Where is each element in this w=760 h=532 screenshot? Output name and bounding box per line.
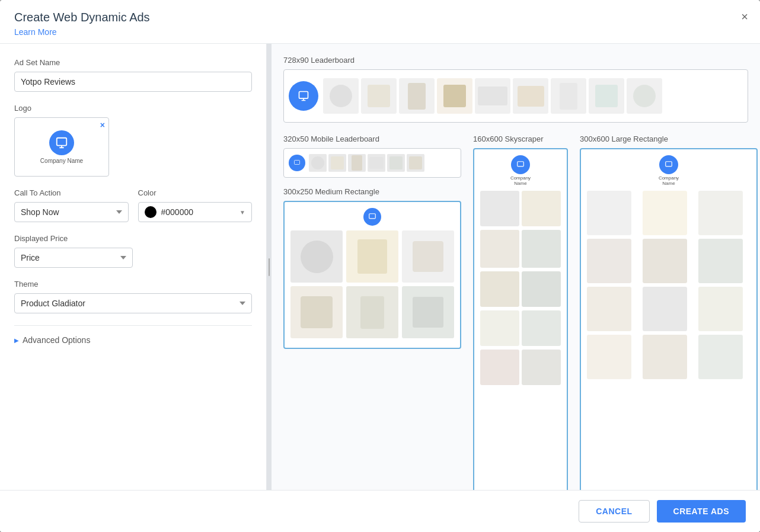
theme-select[interactable]: Product Gladiator Classic Modern Minimal [14,293,252,313]
sky-row [480,191,561,226]
large-rect-header: CompanyName [587,155,751,186]
mobile-medium-col: 320x50 Mobile Leaderboard [283,134,461,490]
modal-title: Create Web Dynamic Ads [14,11,746,24]
product-med [402,286,454,338]
color-selector[interactable]: #000000 ▼ [138,202,253,222]
leaderboard-logo [289,81,318,111]
large-rect-preview: CompanyName [580,148,758,490]
large-product [698,191,743,235]
modal-body: Ad Set Name Logo × Company Name [0,44,760,490]
color-swatch [145,206,157,218]
sky-row [480,230,561,268]
large-product [643,191,687,235]
large-rect-section: 300x600 Large Rectangle CompanyName [580,134,758,490]
close-button[interactable]: × [741,11,748,23]
large-product [643,287,687,331]
leaderboard-section: 728x90 Leaderboard [283,56,748,123]
mobile-leaderboard-label: 320x50 Mobile Leaderboard [283,134,461,143]
ad-set-name-group: Ad Set Name [14,58,252,92]
mobile-leaderboard-section: 320x50 Mobile Leaderboard [283,134,461,178]
medium-rect-products [290,230,454,338]
leaderboard-preview [283,69,748,123]
logo-preview: Company Name [40,130,83,164]
large-rect-products [587,191,751,379]
svg-rect-4 [518,162,524,166]
left-panel: Ad Set Name Logo × Company Name [0,44,267,490]
svg-rect-1 [299,92,308,99]
product-thumb [368,154,385,172]
product-thumb [551,78,586,114]
large-product [587,191,631,235]
sky-product [480,310,519,346]
sky-row [480,271,561,307]
product-thumb [513,78,548,114]
leaderboard-label: 728x90 Leaderboard [283,56,748,65]
product-thumb [387,154,405,172]
color-hex-value: #000000 [161,207,235,217]
medium-rect-label: 300x250 Medium Rectangle [283,187,461,196]
ad-set-name-input[interactable] [14,72,252,92]
logo-remove-button[interactable]: × [100,120,105,130]
medium-rect-logo [363,208,381,226]
sky-product [522,191,561,226]
mobile-lb-logo [289,155,305,171]
large-product [587,287,631,331]
large-product [698,287,743,331]
product-thumb [328,154,346,172]
large-product [698,335,743,379]
displayed-price-label: Displayed Price [14,234,252,243]
advanced-options-toggle[interactable]: ▶ Advanced Options [14,335,252,345]
logo-company-name: Company Name [40,158,83,164]
cancel-button[interactable]: CANCEL [579,500,649,523]
product-thumb [627,78,662,114]
skyscraper-label: 160x600 Skyscraper [473,134,568,143]
mobile-lb-products [309,154,424,172]
displayed-price-group: Displayed Price Price Sale Price Origina… [14,234,252,268]
sky-product [480,230,519,268]
sky-product [522,230,561,268]
theme-group: Theme Product Gladiator Classic Modern M… [14,280,252,313]
modal-footer: CANCEL CREATE ADS [0,490,760,532]
svg-rect-2 [295,161,300,165]
product-thumb [475,78,510,114]
sky-product [480,271,519,307]
large-product [587,239,631,283]
product-thumb [437,78,472,114]
product-thumb [323,78,359,114]
product-med [290,230,343,283]
skyscraper-preview: CompanyName [473,148,568,490]
sky-product [522,271,561,307]
ad-section-row: 320x50 Mobile Leaderboard [283,134,748,490]
medium-rect-preview [283,201,461,349]
product-thumb [361,78,397,114]
medium-rect-section: 300x250 Medium Rectangle [283,187,461,349]
large-product [698,239,743,283]
product-med [402,230,454,283]
medium-rect-header [290,208,454,226]
sky-product [522,310,561,346]
sky-product [480,191,519,226]
sky-row [480,350,561,385]
product-thumb [399,78,435,114]
large-rect-logo [659,155,678,174]
modal-container: Create Web Dynamic Ads Learn More × Ad S… [0,0,760,532]
skyscraper-header: CompanyName [480,155,561,186]
cta-color-row: Call To Action Shop Now Learn More Buy N… [14,188,252,222]
large-product [587,335,631,379]
sky-product [522,350,561,385]
cta-select[interactable]: Shop Now Learn More Buy Now Sign Up [14,202,129,222]
svg-rect-3 [369,214,376,219]
sky-row [480,310,561,346]
cta-group: Call To Action Shop Now Learn More Buy N… [14,188,129,222]
product-med [346,230,398,283]
displayed-price-select[interactable]: Price Sale Price Original Price [14,248,133,268]
svg-rect-5 [666,162,672,166]
skyscraper-logo [511,155,530,174]
sky-product [480,350,519,385]
create-ads-button[interactable]: CREATE ADS [657,500,746,523]
product-med [290,286,343,338]
advanced-options-arrow-icon: ▶ [14,337,19,344]
skyscraper-company: CompanyName [510,175,531,186]
learn-more-link[interactable]: Learn More [14,27,57,37]
modal-overlay: Create Web Dynamic Ads Learn More × Ad S… [0,0,760,532]
